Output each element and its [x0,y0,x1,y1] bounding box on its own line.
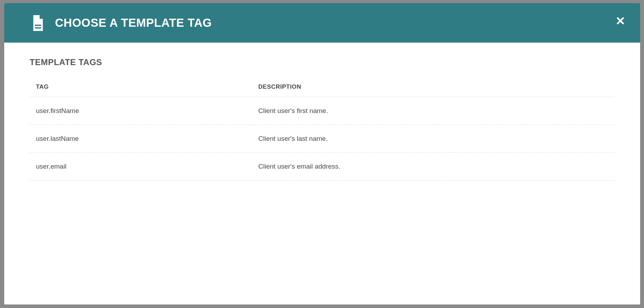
cell-description: Client user's email address. [252,153,615,181]
choose-template-tag-modal: CHOOSE A TEMPLATE TAG TEMPLATE TAGS TAG … [4,3,640,304]
cell-tag: user.firstName [30,97,252,125]
modal-backdrop: CHOOSE A TEMPLATE TAG TEMPLATE TAGS TAG … [0,0,644,308]
modal-header: CHOOSE A TEMPLATE TAG [4,3,640,43]
section-title: TEMPLATE TAGS [30,57,615,67]
table-row[interactable]: user.lastName Client user's last name. [30,125,615,153]
col-description: DESCRIPTION [252,77,615,97]
svg-rect-1 [35,27,41,29]
close-icon [617,17,624,26]
svg-rect-0 [35,25,41,26]
col-tag: TAG [30,77,252,97]
cell-tag: user.lastName [30,125,252,153]
close-button[interactable] [615,16,626,27]
table-row[interactable]: user.firstName Client user's first name. [30,97,615,125]
document-icon [32,15,44,31]
cell-description: Client user's first name. [252,97,615,125]
modal-title: CHOOSE A TEMPLATE TAG [55,16,212,30]
table-row[interactable]: user.email Client user's email address. [30,153,615,181]
cell-tag: user.email [30,153,252,181]
cell-description: Client user's last name. [252,125,615,153]
table-header-row: TAG DESCRIPTION [30,77,615,97]
modal-body: TEMPLATE TAGS TAG DESCRIPTION user.first… [4,43,640,191]
template-tags-table: TAG DESCRIPTION user.firstName Client us… [30,77,615,181]
